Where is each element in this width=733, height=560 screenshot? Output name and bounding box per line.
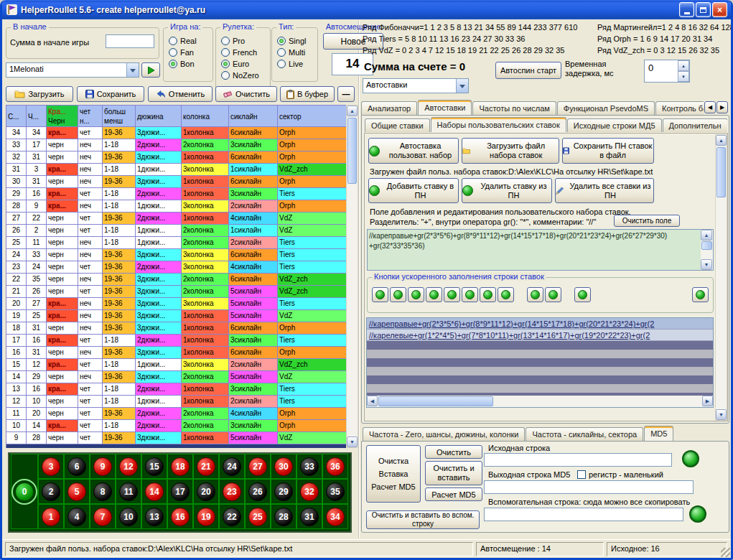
minimize-button[interactable] (679, 2, 694, 17)
board-cell[interactable]: 30 (271, 454, 297, 479)
md5-aux-coin-button[interactable] (689, 505, 706, 523)
board-number-33[interactable]: 33 (300, 457, 319, 476)
titlebar[interactable]: HelperRoullet 5.6- create helperroullet@… (2, 0, 731, 19)
md5-source-input[interactable] (484, 453, 672, 467)
board-number-21[interactable]: 21 (197, 457, 215, 476)
board-cell[interactable]: 16 (167, 504, 193, 529)
stake-list[interactable]: //кареправые+gr(2*3*5*6)+gr(8*9*11*12)+g… (366, 317, 714, 408)
spin-up-button[interactable]: ▲ (678, 60, 689, 71)
board-cell[interactable]: 28 (271, 504, 297, 529)
delay-spinner[interactable]: 0 ▲ ▼ (644, 60, 690, 83)
clear-button[interactable]: Очистить (215, 86, 277, 102)
quick-fill-button[interactable] (444, 287, 460, 302)
freq-tab-0[interactable]: Частота - Zero, шансы, дюжины, колонки (363, 427, 525, 441)
board-cell[interactable]: 24 (219, 454, 245, 479)
quick-fill-button[interactable] (692, 287, 709, 302)
radio-option-1[interactable]: French (221, 48, 259, 57)
scroll-thumb[interactable] (716, 147, 726, 197)
quick-fill-button[interactable] (545, 287, 561, 302)
scroll-down-button[interactable]: ▼ (347, 437, 358, 447)
history-scrollbar[interactable]: ▲ ▼ (346, 105, 358, 448)
save-button[interactable]: Сохранить (77, 86, 144, 102)
radio-option-2[interactable]: Live (277, 60, 306, 68)
stake-list-item[interactable]: //кареправые+gr(2*3*5*6)+gr(8*9*11*12)+g… (367, 318, 713, 330)
spin-down-button[interactable]: ▼ (678, 71, 689, 82)
board-cell[interactable]: 22 (219, 504, 245, 529)
board-cell[interactable]: 14 (141, 479, 167, 504)
board-number-28[interactable]: 28 (274, 508, 293, 526)
radio-option-2[interactable]: Euro (221, 60, 259, 68)
load-button[interactable]: Загрузить (6, 86, 73, 102)
board-number-36[interactable]: 36 (326, 457, 345, 476)
board-cell[interactable]: 36 (322, 454, 348, 479)
board-cell[interactable]: 12 (116, 454, 141, 479)
scroll-down-button[interactable]: ▼ (716, 409, 727, 420)
board-number-32[interactable]: 32 (300, 482, 319, 501)
maximize-button[interactable] (696, 2, 711, 17)
scroll-track[interactable] (701, 241, 713, 259)
md5-clear-paste-aux-button[interactable]: Очистить и вставить во вспом. строку (366, 510, 480, 529)
board-cell[interactable]: 3 (38, 454, 64, 479)
stake-list-hscrollbar[interactable]: ◀ ▶ (367, 396, 713, 407)
tabs-scroll-right-button[interactable]: ▶ (716, 101, 728, 113)
board-cell[interactable]: 34 (322, 504, 348, 529)
board-cell[interactable]: 23 (219, 479, 245, 504)
board-number-29[interactable]: 29 (274, 482, 293, 501)
board-number-31[interactable]: 31 (300, 508, 319, 526)
board-number-1[interactable]: 1 (42, 508, 60, 526)
board-number-24[interactable]: 24 (223, 457, 241, 476)
add-stake-button[interactable]: Добавить ставку в ПН (368, 178, 459, 203)
scroll-down-button[interactable]: ▼ (701, 259, 712, 270)
quick-fill-button[interactable] (462, 287, 478, 302)
board-number-14[interactable]: 14 (145, 482, 164, 501)
clear-field-button[interactable]: Очистить поле (614, 215, 680, 227)
board-cell[interactable]: 33 (297, 454, 322, 479)
board-number-2[interactable]: 2 (42, 482, 60, 501)
resize-grip[interactable] (721, 548, 730, 557)
board-cell[interactable]: 5 (64, 479, 90, 504)
radio-option-0[interactable]: Pro (221, 37, 259, 45)
chevron-down-icon[interactable] (456, 79, 468, 93)
md5-aux-input[interactable] (484, 508, 683, 521)
board-number-30[interactable]: 30 (274, 457, 293, 476)
board-cell[interactable]: 31 (297, 504, 322, 529)
panel-scrollbar[interactable]: ▲ ▼ (715, 134, 727, 421)
quick-fill-button[interactable] (408, 287, 424, 302)
board-cell[interactable]: 35 (322, 479, 348, 504)
load-stake-file-button[interactable]: Загрузить файл набора ставок (462, 138, 559, 164)
scroll-up-button[interactable]: ▲ (701, 230, 712, 241)
delete-stake-button[interactable]: Удалить ставку из ПН (462, 178, 552, 203)
to-buffer-button[interactable]: В буфер (280, 86, 335, 102)
board-number-26[interactable]: 26 (248, 482, 267, 501)
board-cell[interactable]: 17 (167, 479, 193, 504)
board-number-3[interactable]: 3 (42, 457, 60, 476)
collapse-button[interactable]: — (337, 86, 355, 102)
board-cell[interactable]: 20 (193, 479, 219, 504)
sub-tab-0[interactable]: Общие ставки (365, 118, 430, 132)
scroll-thumb[interactable] (378, 396, 493, 406)
board-cell[interactable]: 26 (245, 479, 271, 504)
main-tab-4[interactable]: Контроль банкр (655, 101, 704, 115)
md5-case-checkbox-row[interactable]: регистр - маленький (577, 470, 663, 479)
board-number-12[interactable]: 12 (119, 457, 138, 476)
save-stake-file-button[interactable]: Сохранить ПН ставок в файл (562, 138, 654, 164)
board-number-20[interactable]: 20 (197, 482, 215, 501)
board-cell[interactable]: 4 (64, 504, 90, 529)
board-cell[interactable]: 21 (193, 454, 219, 479)
md5-output-input[interactable] (484, 480, 694, 494)
radio-option-0[interactable]: Singl (277, 37, 306, 45)
sub-tab-1[interactable]: Наборы пользовательских ставок (431, 117, 566, 132)
board-cell[interactable]: 9 (90, 454, 116, 479)
scroll-up-button[interactable]: ▲ (716, 135, 727, 146)
freq-tab-2[interactable]: MD5 (644, 426, 673, 441)
quick-fill-button[interactable] (426, 287, 442, 302)
board-number-11[interactable]: 11 (119, 482, 138, 501)
board-number-17[interactable]: 17 (171, 482, 190, 501)
board-number-25[interactable]: 25 (248, 508, 267, 526)
scroll-track[interactable] (378, 396, 702, 407)
sub-tab-2[interactable]: Исходные строки МД5 (567, 118, 662, 132)
board-number-4[interactable]: 4 (67, 508, 86, 526)
checkbox-icon[interactable] (577, 470, 586, 479)
radio-option-1[interactable]: Fan (169, 48, 197, 57)
autostakes-combobox[interactable]: Автоставки (363, 78, 469, 93)
